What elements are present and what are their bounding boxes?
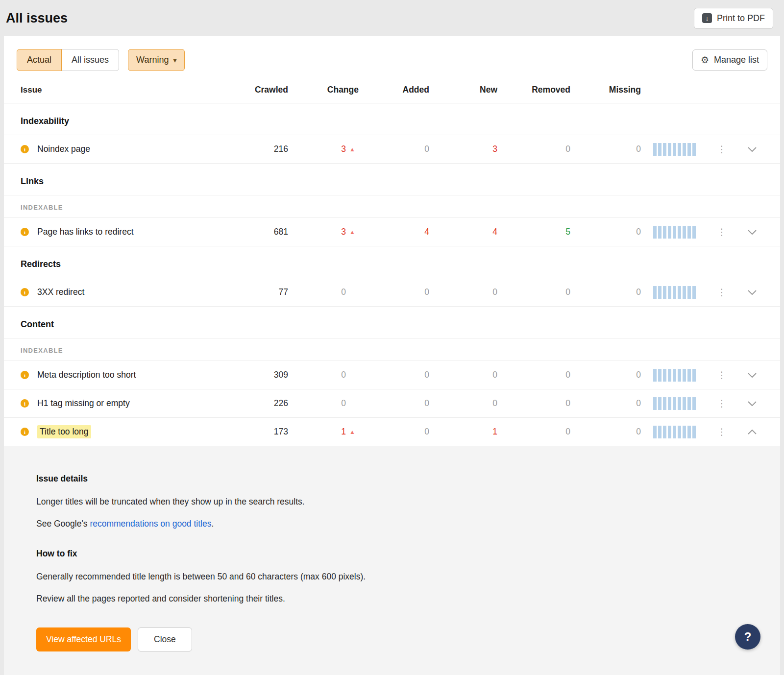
issue-row-h1-missing[interactable]: i H1 tag missing or empty 226 0 0 0 0 0 … bbox=[4, 389, 780, 418]
print-to-pdf-label: Print to PDF bbox=[717, 13, 765, 24]
info-icon[interactable]: i bbox=[21, 288, 29, 296]
crawled-value: 226 bbox=[229, 398, 288, 409]
column-header-change: Change bbox=[288, 85, 359, 95]
added-value: 4 bbox=[359, 227, 429, 237]
filter-actual-button[interactable]: Actual bbox=[17, 49, 62, 71]
how-to-fix-heading: How to fix bbox=[36, 549, 780, 559]
trend-up-icon: ▲ bbox=[346, 229, 359, 236]
trend-sparkline bbox=[653, 226, 697, 239]
change-value: 0 bbox=[288, 287, 359, 297]
issue-row-meta-description-too-short[interactable]: i Meta description too short 309 0 0 0 0… bbox=[4, 361, 780, 389]
caret-down-icon: ▾ bbox=[173, 57, 176, 64]
subsection-indexable: INDEXABLE bbox=[4, 195, 780, 218]
section-heading-indexability: Indexability bbox=[4, 103, 780, 135]
issue-label: 3XX redirect bbox=[37, 287, 84, 297]
section-heading-redirects: Redirects bbox=[4, 246, 780, 278]
issue-row-title-too-long[interactable]: i Title too long 173 1 ▲ 0 1 0 0 ⋮ bbox=[4, 418, 780, 446]
info-icon[interactable]: i bbox=[21, 145, 29, 153]
added-value: 0 bbox=[359, 144, 429, 154]
added-value: 0 bbox=[359, 398, 429, 409]
issue-label: Page has links to redirect bbox=[37, 227, 134, 237]
chevron-down-icon[interactable] bbox=[734, 230, 770, 235]
new-value: 0 bbox=[429, 370, 497, 380]
trend-sparkline bbox=[653, 397, 697, 410]
trend-sparkline bbox=[653, 286, 697, 299]
issue-label: Noindex page bbox=[37, 144, 90, 154]
removed-value: 0 bbox=[497, 427, 570, 437]
trend-up-icon: ▲ bbox=[346, 146, 359, 153]
fix-line-1: Generally recommended title length is be… bbox=[36, 572, 780, 582]
chevron-down-icon[interactable] bbox=[734, 373, 770, 378]
subsection-indexable: INDEXABLE bbox=[4, 338, 780, 361]
see-google-line: See Google's recommendations on good tit… bbox=[36, 519, 780, 529]
help-button[interactable]: ? bbox=[735, 624, 760, 650]
warning-filter-dropdown[interactable]: Warning ▾ bbox=[128, 49, 185, 71]
column-header-crawled: Crawled bbox=[229, 85, 288, 95]
crawled-value: 309 bbox=[229, 370, 288, 380]
kebab-menu-icon[interactable]: ⋮ bbox=[710, 426, 734, 437]
removed-value: 0 bbox=[497, 144, 570, 154]
issue-details-panel: Issue details Longer titles will be trun… bbox=[4, 446, 780, 675]
new-value: 3 bbox=[429, 144, 497, 154]
chevron-down-icon[interactable] bbox=[734, 290, 770, 295]
column-header-new: New bbox=[429, 85, 497, 95]
close-button[interactable]: Close bbox=[138, 627, 192, 651]
missing-value: 0 bbox=[570, 287, 641, 297]
view-affected-urls-button[interactable]: View affected URLs bbox=[36, 627, 131, 651]
column-header-missing: Missing bbox=[570, 85, 641, 95]
actual-allissues-segmented-control: Actual All issues bbox=[17, 49, 119, 71]
kebab-menu-icon[interactable]: ⋮ bbox=[710, 398, 734, 409]
chevron-up-icon[interactable] bbox=[734, 430, 770, 434]
missing-value: 0 bbox=[570, 144, 641, 154]
change-value: 1 ▲ bbox=[288, 427, 359, 437]
column-header-removed: Removed bbox=[497, 85, 570, 95]
change-value: 0 bbox=[288, 398, 359, 409]
change-value: 0 bbox=[288, 370, 359, 380]
added-value: 0 bbox=[359, 370, 429, 380]
missing-value: 0 bbox=[570, 398, 641, 409]
change-value: 3 ▲ bbox=[288, 144, 359, 154]
all-issues-panel: Actual All issues Warning ▾ ⚙ Manage lis… bbox=[4, 36, 780, 675]
trend-up-icon: ▲ bbox=[346, 429, 359, 435]
new-value: 0 bbox=[429, 398, 497, 409]
kebab-menu-icon[interactable]: ⋮ bbox=[710, 369, 734, 381]
info-icon[interactable]: i bbox=[21, 228, 29, 236]
manage-list-label: Manage list bbox=[714, 55, 759, 65]
kebab-menu-icon[interactable]: ⋮ bbox=[710, 144, 734, 155]
missing-value: 0 bbox=[570, 370, 641, 380]
info-icon[interactable]: i bbox=[21, 428, 29, 436]
crawled-value: 77 bbox=[229, 287, 288, 297]
issue-details-heading: Issue details bbox=[36, 474, 780, 484]
removed-value: 5 bbox=[497, 227, 570, 237]
filters-toolbar: Actual All issues Warning ▾ ⚙ Manage lis… bbox=[4, 36, 780, 82]
change-value: 3 ▲ bbox=[288, 227, 359, 237]
recommendations-link[interactable]: recommendations on good titles bbox=[90, 519, 211, 529]
filter-all-issues-button[interactable]: All issues bbox=[61, 49, 119, 71]
download-icon: ↓ bbox=[702, 13, 712, 23]
crawled-value: 173 bbox=[229, 427, 288, 437]
manage-list-button[interactable]: ⚙ Manage list bbox=[692, 49, 767, 71]
new-value: 1 bbox=[429, 427, 497, 437]
trend-sparkline bbox=[653, 426, 697, 438]
top-bar: All issues ↓ Print to PDF bbox=[0, 0, 784, 36]
info-icon[interactable]: i bbox=[21, 371, 29, 379]
issue-description: Longer titles will be truncated when the… bbox=[36, 497, 780, 507]
kebab-menu-icon[interactable]: ⋮ bbox=[710, 287, 734, 298]
new-value: 0 bbox=[429, 287, 497, 297]
issue-label: Meta description too short bbox=[37, 370, 136, 380]
kebab-menu-icon[interactable]: ⋮ bbox=[710, 226, 734, 238]
removed-value: 0 bbox=[497, 398, 570, 409]
added-value: 0 bbox=[359, 427, 429, 437]
issue-row-links-to-redirect[interactable]: i Page has links to redirect 681 3 ▲ 4 4… bbox=[4, 218, 780, 246]
info-icon[interactable]: i bbox=[21, 399, 29, 408]
print-to-pdf-button[interactable]: ↓ Print to PDF bbox=[694, 8, 773, 29]
chevron-down-icon[interactable] bbox=[734, 401, 770, 406]
missing-value: 0 bbox=[570, 227, 641, 237]
warning-filter-label: Warning bbox=[136, 55, 169, 65]
gear-icon: ⚙ bbox=[701, 55, 709, 65]
issue-row-noindex-page[interactable]: i Noindex page 216 3 ▲ 0 3 0 0 ⋮ bbox=[4, 135, 780, 164]
trend-sparkline bbox=[653, 369, 697, 382]
chevron-down-icon[interactable] bbox=[734, 147, 770, 152]
issue-row-3xx-redirect[interactable]: i 3XX redirect 77 0 0 0 0 0 ⋮ bbox=[4, 278, 780, 307]
new-value: 4 bbox=[429, 227, 497, 237]
